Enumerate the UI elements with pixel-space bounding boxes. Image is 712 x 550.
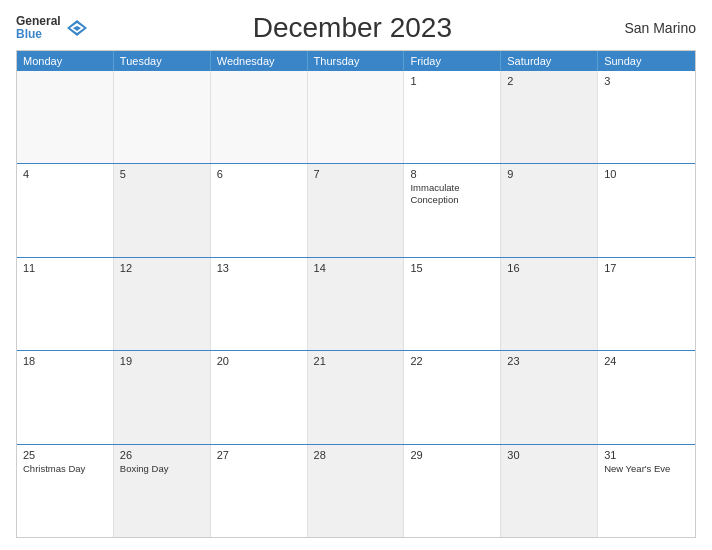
- header-saturday: Saturday: [501, 51, 598, 71]
- day-cell-0-5: 2: [501, 71, 598, 163]
- country-label: San Marino: [616, 20, 696, 36]
- day-cell-0-0: [17, 71, 114, 163]
- day-cell-4-4: 29: [404, 445, 501, 537]
- calendar-grid: Monday Tuesday Wednesday Thursday Friday…: [16, 50, 696, 538]
- day-number: 22: [410, 355, 494, 367]
- day-number: 21: [314, 355, 398, 367]
- holiday-name: New Year's Eve: [604, 463, 689, 474]
- logo-blue: Blue: [16, 28, 61, 41]
- header-friday: Friday: [404, 51, 501, 71]
- day-cell-1-6: 10: [598, 164, 695, 256]
- day-cell-2-3: 14: [308, 258, 405, 350]
- day-number: 15: [410, 262, 494, 274]
- day-number: 13: [217, 262, 301, 274]
- header-sunday: Sunday: [598, 51, 695, 71]
- day-cell-3-1: 19: [114, 351, 211, 443]
- day-number: 17: [604, 262, 689, 274]
- day-cell-3-3: 21: [308, 351, 405, 443]
- day-cell-2-0: 11: [17, 258, 114, 350]
- day-cell-0-6: 3: [598, 71, 695, 163]
- day-cell-1-0: 4: [17, 164, 114, 256]
- day-number: 10: [604, 168, 689, 180]
- day-cell-2-1: 12: [114, 258, 211, 350]
- day-number: 29: [410, 449, 494, 461]
- day-cell-2-6: 17: [598, 258, 695, 350]
- day-headers-row: Monday Tuesday Wednesday Thursday Friday…: [17, 51, 695, 71]
- holiday-name: Immaculate Conception: [410, 182, 494, 205]
- day-cell-2-2: 13: [211, 258, 308, 350]
- day-cell-4-2: 27: [211, 445, 308, 537]
- holiday-name: Christmas Day: [23, 463, 107, 474]
- day-number: 3: [604, 75, 689, 87]
- logo-flag-icon: [65, 18, 89, 38]
- day-number: 2: [507, 75, 591, 87]
- week-3: 11121314151617: [17, 257, 695, 350]
- day-number: 1: [410, 75, 494, 87]
- day-number: 16: [507, 262, 591, 274]
- day-number: 6: [217, 168, 301, 180]
- day-number: 26: [120, 449, 204, 461]
- day-cell-1-3: 7: [308, 164, 405, 256]
- day-number: 19: [120, 355, 204, 367]
- day-cell-2-4: 15: [404, 258, 501, 350]
- day-number: 18: [23, 355, 107, 367]
- week-4: 18192021222324: [17, 350, 695, 443]
- day-number: 31: [604, 449, 689, 461]
- weeks-container: 12345678Immaculate Conception91011121314…: [17, 71, 695, 537]
- day-cell-4-0: 25Christmas Day: [17, 445, 114, 537]
- holiday-name: Boxing Day: [120, 463, 204, 474]
- day-cell-4-1: 26Boxing Day: [114, 445, 211, 537]
- day-number: 5: [120, 168, 204, 180]
- logo: General Blue: [16, 15, 89, 41]
- day-cell-3-0: 18: [17, 351, 114, 443]
- day-number: 30: [507, 449, 591, 461]
- day-cell-4-5: 30: [501, 445, 598, 537]
- day-cell-1-1: 5: [114, 164, 211, 256]
- day-cell-1-5: 9: [501, 164, 598, 256]
- day-number: 23: [507, 355, 591, 367]
- day-cell-3-2: 20: [211, 351, 308, 443]
- day-number: 4: [23, 168, 107, 180]
- day-number: 8: [410, 168, 494, 180]
- calendar-title: December 2023: [89, 12, 616, 44]
- header-monday: Monday: [17, 51, 114, 71]
- day-number: 28: [314, 449, 398, 461]
- day-number: 7: [314, 168, 398, 180]
- day-number: 14: [314, 262, 398, 274]
- week-1: 123: [17, 71, 695, 163]
- week-2: 45678Immaculate Conception910: [17, 163, 695, 256]
- day-cell-4-6: 31New Year's Eve: [598, 445, 695, 537]
- day-number: 9: [507, 168, 591, 180]
- day-cell-3-4: 22: [404, 351, 501, 443]
- header-thursday: Thursday: [308, 51, 405, 71]
- header: General Blue December 2023 San Marino: [16, 12, 696, 44]
- header-tuesday: Tuesday: [114, 51, 211, 71]
- logo-text: General Blue: [16, 15, 61, 41]
- day-cell-2-5: 16: [501, 258, 598, 350]
- day-number: 20: [217, 355, 301, 367]
- day-number: 24: [604, 355, 689, 367]
- day-number: 12: [120, 262, 204, 274]
- day-cell-0-4: 1: [404, 71, 501, 163]
- week-5: 25Christmas Day26Boxing Day2728293031New…: [17, 444, 695, 537]
- day-cell-3-5: 23: [501, 351, 598, 443]
- day-cell-4-3: 28: [308, 445, 405, 537]
- day-number: 11: [23, 262, 107, 274]
- calendar-page: General Blue December 2023 San Marino Mo…: [0, 0, 712, 550]
- day-number: 27: [217, 449, 301, 461]
- day-cell-1-4: 8Immaculate Conception: [404, 164, 501, 256]
- day-cell-3-6: 24: [598, 351, 695, 443]
- day-cell-0-2: [211, 71, 308, 163]
- day-cell-0-3: [308, 71, 405, 163]
- day-number: 25: [23, 449, 107, 461]
- day-cell-0-1: [114, 71, 211, 163]
- header-wednesday: Wednesday: [211, 51, 308, 71]
- day-cell-1-2: 6: [211, 164, 308, 256]
